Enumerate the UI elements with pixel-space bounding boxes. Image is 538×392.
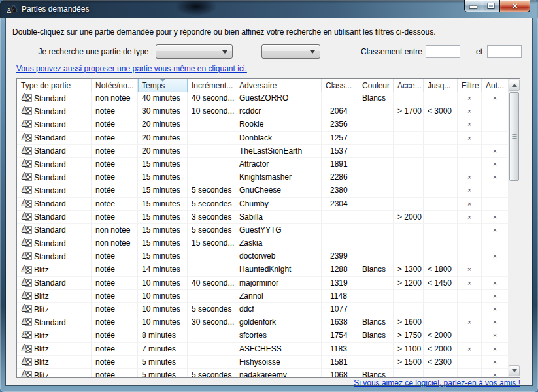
scroll-up-button[interactable] bbox=[509, 80, 520, 91]
game-subtype-select[interactable] bbox=[261, 44, 320, 59]
column-header-opponent[interactable]: Adversaire bbox=[235, 79, 322, 92]
cell-accept_from bbox=[394, 369, 424, 377]
table-row[interactable]: ♟Standardnotée10 minutes30 second...gold… bbox=[17, 316, 509, 329]
cell-auto bbox=[482, 237, 509, 250]
cell-accept_from bbox=[394, 237, 424, 250]
cell-opponent: TheLastSionEarth bbox=[235, 145, 322, 157]
column-header-time[interactable]: Temps bbox=[138, 79, 188, 92]
table-row[interactable]: ♟Blitznotée10 minutesZannol1148× bbox=[17, 290, 509, 303]
cell-accept_from bbox=[394, 184, 424, 197]
table-row[interactable]: ♟Standardnotée15 minutes3 secondesSabill… bbox=[17, 211, 509, 224]
cell-rated: notée bbox=[92, 184, 138, 197]
cell-accept_from bbox=[394, 171, 424, 184]
game-type-select[interactable] bbox=[156, 44, 233, 59]
cell-filter: × bbox=[458, 211, 482, 223]
cell-time: 15 minutes bbox=[138, 171, 188, 184]
cell-filter: × bbox=[458, 277, 482, 289]
scroll-down-button[interactable] bbox=[509, 365, 520, 376]
cell-filter: × bbox=[458, 198, 482, 210]
table-row[interactable]: ♟Standardnotée15 minutes5 secondesGnuChe… bbox=[17, 184, 509, 197]
table-row[interactable]: ♟Standardnon notée40 minutes40 second...… bbox=[17, 92, 509, 105]
game-piece-icon: ♟ bbox=[21, 107, 32, 116]
maximize-button[interactable] bbox=[482, 0, 500, 12]
game-piece-icon: ♟ bbox=[21, 318, 32, 327]
cell-accept_to: < 2300 bbox=[424, 356, 458, 368]
table-row[interactable]: ♟Standardnotée15 minutesdoctorweb2399× bbox=[17, 250, 509, 263]
cell-auto: × bbox=[482, 303, 509, 316]
table-row[interactable]: ♟Blitznotée5 minutes5 secondesnadakareem… bbox=[17, 369, 509, 377]
pawn-icon: ♟ bbox=[21, 344, 28, 353]
table-row[interactable]: ♟Blitznotée7 minutesASFCHESS1183> 1100< … bbox=[17, 343, 509, 356]
column-header-accept_from[interactable]: Acce... bbox=[394, 79, 424, 92]
cell-accept_from bbox=[394, 145, 424, 157]
column-header-filter[interactable]: Filtre bbox=[458, 79, 482, 92]
rating-max-input[interactable] bbox=[487, 45, 522, 58]
propose-game-link[interactable]: Vous pouvez aussi proposer une partie vo… bbox=[16, 64, 247, 73]
table-row[interactable]: ♟Blitznotée5 minutesFishysoisse1581> 150… bbox=[17, 356, 509, 369]
titlebar[interactable]: ♙ ♞ Parties demandées × bbox=[0, 0, 538, 18]
cell-rated: notée bbox=[92, 145, 138, 157]
vertical-scrollbar[interactable] bbox=[509, 79, 520, 377]
scrollbar-grip-icon bbox=[512, 134, 516, 139]
cell-time: 15 minutes bbox=[138, 224, 188, 237]
pawn-icon: ♟ bbox=[21, 330, 28, 339]
cell-auto: × bbox=[482, 211, 509, 223]
cell-accept_to: < 3000 bbox=[424, 105, 458, 118]
minimize-button[interactable] bbox=[464, 0, 482, 12]
table-row[interactable]: ♟Standardnotée10 minutes40 second...majo… bbox=[17, 277, 509, 290]
column-header-rated[interactable]: Notée/no... bbox=[92, 79, 138, 92]
table-row[interactable]: ♟Standardnotée20 minutesTheLastSionEarth… bbox=[17, 145, 509, 158]
column-header-label: Class... bbox=[326, 81, 352, 90]
pawn-icon: ♟ bbox=[21, 265, 28, 274]
column-header-increment[interactable]: Incrément... bbox=[188, 79, 235, 92]
table-row[interactable]: ♟Standardnon notée15 minutes15 second...… bbox=[17, 237, 509, 250]
table-row[interactable]: ♟Standardnotée20 minutesDonblack1257× bbox=[17, 132, 509, 145]
cell-color: Blancs bbox=[358, 369, 394, 377]
cell-rated: notée bbox=[92, 277, 138, 289]
cell-accept_to bbox=[424, 316, 458, 329]
column-header-type[interactable]: Type de partie bbox=[17, 79, 92, 92]
cell-increment: 3 secondes bbox=[188, 211, 235, 223]
cell-accept_to bbox=[424, 145, 458, 157]
table-row[interactable]: ♟Standardnotée15 minutesAttractor1891× bbox=[17, 158, 509, 171]
cell-color: Blancs bbox=[358, 263, 394, 276]
table-row[interactable]: ♟Blitznotée8 minutessfcortes1754Blancs> … bbox=[17, 329, 509, 342]
cell-color: Blancs bbox=[358, 316, 394, 329]
scrollbar-thumb[interactable] bbox=[509, 92, 519, 181]
cell-time: 10 minutes bbox=[138, 303, 188, 316]
cell-rated: notée bbox=[92, 158, 138, 171]
share-link[interactable]: Si vous aimez ce logiciel, parlez-en à v… bbox=[354, 378, 520, 387]
cell-increment bbox=[188, 343, 235, 355]
rating-min-input[interactable] bbox=[426, 45, 460, 58]
game-piece-icon: ♟ bbox=[21, 292, 32, 301]
cell-opponent: Chumby bbox=[235, 198, 322, 210]
caption-buttons: × bbox=[465, 0, 530, 12]
pawn-icon: ♟ bbox=[21, 238, 28, 247]
cell-increment: 30 second... bbox=[188, 316, 235, 329]
table-row[interactable]: ♟Standardnotée30 minutes10 second...rcdd… bbox=[17, 105, 509, 118]
cell-rating: 2286 bbox=[322, 171, 358, 184]
cell-type: ♟Standard bbox=[17, 105, 92, 118]
table-row[interactable]: ♟Standardnotée20 minutesRookie2356× bbox=[17, 118, 509, 131]
cell-rated: notée bbox=[92, 369, 138, 377]
cell-rating bbox=[322, 224, 358, 237]
table-row[interactable]: ♟Standardnotée15 minutes5 secondesChumby… bbox=[17, 198, 509, 211]
cell-accept_to bbox=[424, 250, 458, 263]
column-header-accept_to[interactable]: Jusq... bbox=[424, 79, 458, 92]
cell-opponent: majorminor bbox=[235, 277, 322, 289]
cell-accept_to bbox=[424, 118, 458, 131]
table-row[interactable]: ♟Blitznotée10 minutes5 secondesddcf1077× bbox=[17, 303, 509, 316]
close-button[interactable]: × bbox=[499, 0, 530, 12]
cell-rated: non notée bbox=[92, 224, 138, 237]
column-header-color[interactable]: Couleur bbox=[358, 79, 394, 92]
table-row[interactable]: ♟Standardnon notée15 minutes5 secondesGu… bbox=[17, 224, 509, 237]
cell-type: ♟Standard bbox=[17, 316, 92, 329]
cell-auto bbox=[482, 105, 509, 118]
game-piece-icon: ♟ bbox=[21, 200, 32, 208]
pawn-icon: ♟ bbox=[21, 172, 28, 181]
column-header-rating[interactable]: Class... bbox=[322, 79, 358, 92]
column-header-label: Type de partie bbox=[21, 81, 71, 90]
table-row[interactable]: ♟Standardnotée15 minutesKnightsmasher228… bbox=[17, 171, 509, 184]
column-header-auto[interactable]: Aut... bbox=[482, 79, 509, 92]
table-row[interactable]: ♟Blitznotée14 minutesHauntedKnight1288Bl… bbox=[17, 263, 509, 276]
